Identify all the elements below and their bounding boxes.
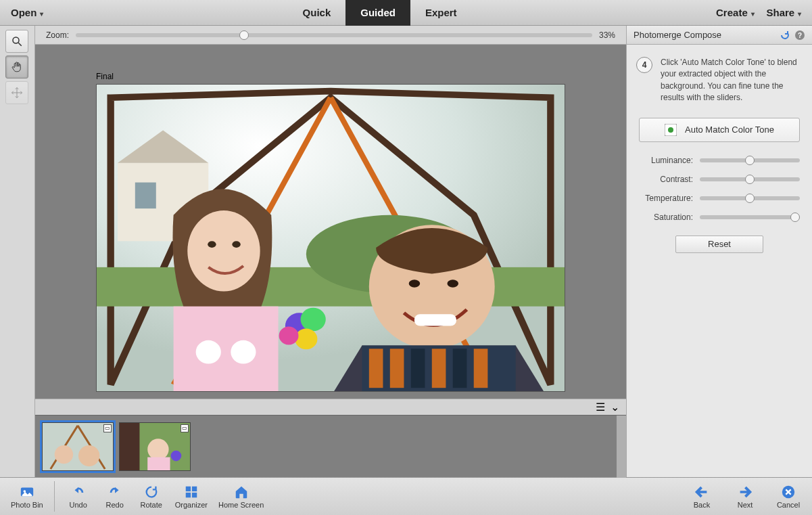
svg-rect-25 <box>474 349 488 388</box>
svg-rect-5 <box>135 183 156 209</box>
top-menu-bar: Open ▾ Quick Guided Expert Create ▾ Shar… <box>0 0 812 26</box>
panel-body: 4 Click 'Auto Match Color Tone' to blend… <box>627 45 812 265</box>
saturation-slider[interactable] <box>700 215 800 219</box>
contrast-slider[interactable] <box>700 177 800 181</box>
create-menu[interactable]: Create ▾ <box>712 4 758 21</box>
luminance-slider[interactable] <box>700 158 800 162</box>
svg-point-32 <box>78 445 99 466</box>
svg-point-14 <box>231 340 256 364</box>
svg-rect-24 <box>453 349 467 388</box>
svg-point-0 <box>13 37 19 43</box>
zoom-bar: Zoom: 33% <box>35 26 626 45</box>
zoom-tool-button[interactable] <box>5 30 28 53</box>
tab-guided[interactable]: Guided <box>345 0 410 26</box>
arrow-right-icon <box>737 485 753 499</box>
chevron-down-icon[interactable]: ⌄ <box>611 401 619 413</box>
step-instructions: Click 'Auto Match Color Tone' to blend y… <box>661 57 803 104</box>
zoom-slider[interactable] <box>76 33 592 37</box>
svg-rect-46 <box>186 493 191 497</box>
svg-rect-22 <box>411 349 425 388</box>
zoom-value: 33% <box>599 30 615 40</box>
canvas-options-bar: ☰ ⌄ <box>35 399 626 415</box>
home-screen-button[interactable]: Home Screen <box>214 481 268 512</box>
palette-icon <box>665 124 677 136</box>
auto-match-color-tone-button[interactable]: Auto Match Color Tone <box>639 118 800 142</box>
preview-image <box>97 85 565 391</box>
canvas-image[interactable] <box>96 84 565 392</box>
svg-rect-20 <box>369 349 383 388</box>
canvas-region: Zoom: 33% Final <box>35 26 626 477</box>
svg-point-13 <box>196 340 221 364</box>
cancel-icon <box>780 485 796 499</box>
next-button[interactable]: Next <box>728 481 762 512</box>
help-icon[interactable]: ? <box>794 30 805 41</box>
magnifier-icon <box>11 35 23 47</box>
photo-thumbnail-1[interactable]: ▭ <box>42 422 114 471</box>
svg-point-16 <box>409 279 421 288</box>
caret-down-icon: ▾ <box>749 10 755 18</box>
sliders-group: Luminance: Contrast: Temperature: Satura… <box>636 156 803 222</box>
hand-tool-button[interactable] <box>5 55 28 79</box>
svg-point-10 <box>208 241 216 248</box>
cancel-button[interactable]: Cancel <box>771 481 805 512</box>
svg-point-41 <box>668 127 673 133</box>
redo-button[interactable]: Redo <box>98 481 132 512</box>
reset-button[interactable]: Reset <box>675 236 763 253</box>
main-area: Zoom: 33% Final <box>0 26 812 477</box>
svg-rect-45 <box>192 487 197 491</box>
right-panel: Photomerge Compose ? 4 Click 'Auto Match… <box>626 26 812 477</box>
reset-panel-icon[interactable] <box>780 30 790 41</box>
organizer-icon <box>183 485 199 499</box>
svg-point-17 <box>447 279 458 288</box>
rotate-button[interactable]: Rotate <box>135 481 168 512</box>
svg-rect-47 <box>192 493 197 497</box>
thumb-expand-icon: ▭ <box>181 424 189 432</box>
temperature-slider[interactable] <box>700 196 800 200</box>
undo-icon <box>70 485 87 499</box>
photo-bin-button[interactable]: Photo Bin <box>7 481 55 512</box>
svg-point-11 <box>232 241 240 248</box>
organizer-button[interactable]: Organizer <box>171 481 212 512</box>
svg-line-1 <box>18 43 22 46</box>
svg-point-29 <box>279 327 299 345</box>
panel-header: Photomerge Compose ? <box>627 26 812 45</box>
hand-icon <box>11 61 23 73</box>
temperature-label: Temperature: <box>639 194 693 203</box>
svg-rect-36 <box>147 457 170 470</box>
svg-rect-21 <box>390 349 404 388</box>
svg-rect-34 <box>120 423 139 470</box>
step-row: 4 Click 'Auto Match Color Tone' to blend… <box>636 57 803 104</box>
move-tool-button <box>5 81 28 104</box>
back-button[interactable]: Back <box>685 481 719 512</box>
rotate-icon <box>143 485 160 499</box>
svg-point-28 <box>295 328 317 349</box>
list-menu-icon[interactable]: ☰ <box>596 401 605 413</box>
photo-bin-strip: ▭ ▭ <box>35 415 626 477</box>
svg-point-9 <box>187 210 260 292</box>
photo-bin-scrollbar[interactable] <box>617 416 626 478</box>
move-icon <box>11 87 23 99</box>
panel-title: Photomerge Compose <box>634 30 721 40</box>
share-menu[interactable]: Share ▾ <box>763 4 805 21</box>
home-icon <box>233 485 249 499</box>
tab-expert[interactable]: Expert <box>410 0 472 26</box>
photo-bin-icon <box>19 485 35 499</box>
luminance-label: Luminance: <box>639 156 693 165</box>
canvas-label: Final <box>96 72 565 81</box>
arrow-left-icon <box>694 485 710 499</box>
caret-down-icon: ▾ <box>38 10 43 18</box>
saturation-label: Saturation: <box>639 212 693 222</box>
canvas-holder: Final <box>35 45 626 399</box>
undo-button[interactable]: Undo <box>62 481 95 512</box>
open-menu[interactable]: Open ▾ <box>7 4 47 21</box>
bottom-action-bar: Photo Bin Undo Redo Rotate Organizer Hom… <box>0 477 812 515</box>
left-toolbar <box>0 26 35 477</box>
svg-rect-12 <box>174 307 279 391</box>
zoom-label: Zoom: <box>46 30 69 40</box>
caret-down-icon: ▾ <box>796 10 801 18</box>
step-number-badge: 4 <box>636 57 652 73</box>
redo-icon <box>107 485 123 499</box>
svg-point-31 <box>55 445 73 464</box>
tab-quick[interactable]: Quick <box>288 0 346 26</box>
photo-thumbnail-2[interactable]: ▭ <box>119 422 191 471</box>
